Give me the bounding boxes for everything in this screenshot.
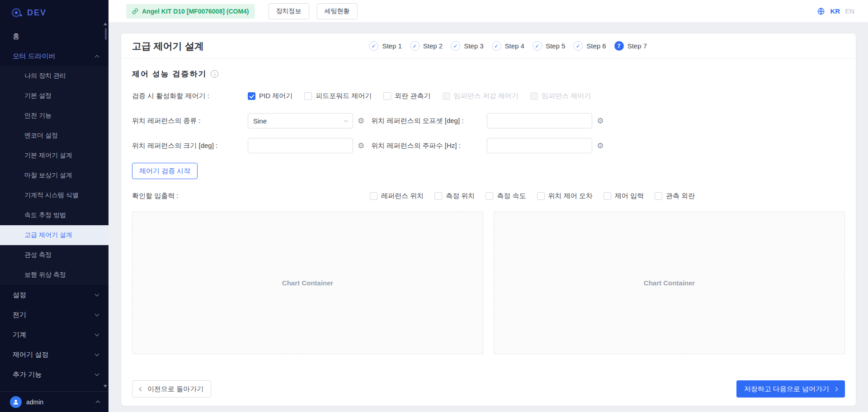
checkbox-icon bbox=[304, 92, 312, 100]
connected-device-badge[interactable]: Angel KIT D10 [MF0076008] (COM4) bbox=[126, 4, 255, 19]
card-body: 제어 성능 검증하기 i 검증 시 활성화할 제어기 : PID 제어기 bbox=[121, 59, 856, 406]
step-7-current[interactable]: 7 Step 7 bbox=[614, 41, 647, 51]
checkbox-label: 위치 제어 오차 bbox=[548, 192, 593, 200]
sidebar-item-controller-settings[interactable]: 제어기 설정 bbox=[0, 345, 108, 365]
sidebar-item-electrical[interactable]: 전기 bbox=[0, 305, 108, 325]
device-info-button[interactable]: 장치정보 bbox=[269, 3, 309, 19]
step-2[interactable]: ✓ Step 2 bbox=[410, 41, 443, 51]
step-3[interactable]: ✓ Step 3 bbox=[451, 41, 483, 51]
logo-icon bbox=[11, 7, 23, 19]
topbar: Angel KIT D10 [MF0076008] (COM4) 장치정보 세팅… bbox=[108, 0, 868, 23]
info-icon[interactable]: i bbox=[211, 70, 218, 78]
setting-status-button[interactable]: 세팅현황 bbox=[317, 3, 358, 19]
step-4[interactable]: ✓ Step 4 bbox=[492, 41, 524, 51]
gear-icon[interactable]: ⚙ bbox=[358, 142, 364, 150]
check-icon: ✓ bbox=[533, 41, 542, 51]
sidebar-item-label: 추가 기능 bbox=[13, 370, 42, 379]
card-footer: 이전으로 돌아가기 저장하고 다음으로 넘어가기 bbox=[132, 380, 845, 398]
checkbox-impedance-controller: 임피던스 제어기 bbox=[530, 92, 591, 100]
ref-frequency-label: 위치 레퍼런스의 주파수 [Hz] : bbox=[371, 142, 487, 150]
checkbox-icon bbox=[604, 192, 611, 200]
checkbox-feedforward-controller[interactable]: 피드포워드 제어기 bbox=[304, 92, 372, 100]
sidebar-item-label: 엔코더 설정 bbox=[24, 132, 58, 140]
ref-type-select[interactable]: Sine bbox=[248, 113, 353, 128]
gear-icon[interactable]: ⚙ bbox=[597, 142, 604, 150]
step-label: Step 6 bbox=[586, 42, 606, 50]
checkbox-label: 관측 외란 bbox=[666, 192, 695, 200]
sidebar-scrollbar-down-arrow[interactable] bbox=[104, 385, 107, 388]
checkbox-label: 레퍼런스 위치 bbox=[381, 192, 424, 200]
step-label: Step 3 bbox=[464, 42, 483, 50]
user-row[interactable]: admin bbox=[0, 391, 108, 412]
ref-offset-input[interactable] bbox=[487, 113, 592, 128]
chevron-down-icon bbox=[95, 312, 99, 316]
chevron-right-icon bbox=[834, 387, 838, 391]
checkbox-label: 피드포워드 제어기 bbox=[316, 92, 372, 100]
sidebar-item-safety-functions[interactable]: 안전 기능 bbox=[0, 106, 108, 126]
chevron-down-icon bbox=[344, 118, 349, 122]
chevron-down-icon bbox=[95, 351, 99, 356]
ref-offset-label: 위치 레퍼런스의 오프셋 [deg] : bbox=[371, 117, 487, 125]
checkbox-measured-position[interactable]: 측정 위치 bbox=[434, 192, 475, 200]
checkbox-measured-speed[interactable]: 측정 속도 bbox=[486, 192, 526, 200]
sidebar-item-motor-driver[interactable]: 모터 드라이버 bbox=[0, 46, 108, 66]
lang-en[interactable]: EN bbox=[845, 7, 854, 15]
chevron-down-icon bbox=[95, 371, 99, 376]
step-number-badge: 7 bbox=[614, 41, 624, 51]
step-5[interactable]: ✓ Step 5 bbox=[533, 41, 565, 51]
sidebar-item-advanced-controller-design[interactable]: 고급 제어기 설계 bbox=[0, 225, 108, 245]
back-button[interactable]: 이전으로 돌아가기 bbox=[132, 380, 211, 398]
save-and-next-button[interactable]: 저장하고 다음으로 넘어가기 bbox=[736, 380, 845, 398]
sidebar-item-settings[interactable]: 설정 bbox=[0, 285, 108, 305]
sidebar-item-encoder-settings[interactable]: 엔코더 설정 bbox=[0, 126, 108, 146]
checkbox-disturbance-observer[interactable]: 외란 관측기 bbox=[383, 92, 430, 100]
sidebar-item-mechanical-system-identification[interactable]: 기계적 시스템 식별 bbox=[0, 185, 108, 205]
step-1[interactable]: ✓ Step 1 bbox=[369, 41, 401, 51]
checkbox-impedance-reduction-controller: 임피던스 저감 제어기 bbox=[443, 92, 519, 100]
checkbox-label: 외란 관측기 bbox=[395, 92, 430, 100]
sidebar-item-home[interactable]: 홈 bbox=[0, 26, 108, 46]
sidebar-item-label: 기본 설정 bbox=[24, 92, 52, 100]
sidebar-item-inertia-measurement[interactable]: 관성 측정 bbox=[0, 245, 108, 265]
sidebar-item-label: 기계적 시스템 식별 bbox=[24, 191, 79, 199]
sidebar-item-mechanical[interactable]: 기계 bbox=[0, 325, 108, 345]
chart-placeholder-text: Chart Container bbox=[282, 279, 333, 287]
sidebar-nav: 홈 모터 드라이버 나의 장치 관리 기본 설정 안전 기능 엔코더 설정 기본… bbox=[0, 25, 108, 391]
sidebar-item-basic-controller-design[interactable]: 기본 제어기 설계 bbox=[0, 146, 108, 166]
sidebar-item-label: 설정 bbox=[13, 291, 26, 299]
lang-kr[interactable]: KR bbox=[830, 7, 840, 15]
start-verification-button[interactable]: 제어기 검증 시작 bbox=[132, 163, 198, 179]
checkbox-position-control-error[interactable]: 위치 제어 오차 bbox=[537, 192, 593, 200]
ref-type-value: Sine bbox=[253, 117, 267, 125]
sidebar-item-label: 모터 드라이버 bbox=[13, 52, 55, 61]
gear-icon[interactable]: ⚙ bbox=[358, 117, 364, 125]
gear-icon[interactable]: ⚙ bbox=[597, 117, 604, 125]
ref-frequency-input[interactable] bbox=[487, 138, 592, 153]
checkbox-label: 임피던스 제어기 bbox=[542, 92, 591, 100]
check-icon: ✓ bbox=[492, 41, 501, 51]
checkbox-icon bbox=[537, 192, 545, 200]
sidebar-item-friction-compensator-design[interactable]: 마찰 보상기 설계 bbox=[0, 166, 108, 185]
checkbox-icon bbox=[248, 92, 255, 100]
checkbox-observed-disturbance[interactable]: 관측 외란 bbox=[655, 192, 695, 200]
main-column: Angel KIT D10 [MF0076008] (COM4) 장치정보 세팅… bbox=[108, 0, 868, 412]
checkbox-icon bbox=[486, 192, 493, 200]
sidebar-item-basic-settings[interactable]: 기본 설정 bbox=[0, 86, 108, 106]
sidebar-item-label: 관성 측정 bbox=[24, 251, 52, 259]
step-6[interactable]: ✓ Step 6 bbox=[573, 41, 606, 51]
section-title: 제어 성능 검증하기 bbox=[132, 69, 207, 79]
checkbox-control-input[interactable]: 제어 입력 bbox=[604, 192, 644, 200]
sidebar-item-label: 속도 추정 방법 bbox=[24, 211, 66, 219]
checkbox-icon bbox=[530, 92, 538, 100]
sidebar-item-extra-features[interactable]: 추가 기능 bbox=[0, 365, 108, 384]
sidebar-item-speed-estimation-method[interactable]: 속도 추정 방법 bbox=[0, 205, 108, 225]
chevron-up-icon bbox=[95, 55, 99, 59]
sidebar-item-label: 제어기 설정 bbox=[13, 350, 48, 359]
checkbox-reference-position[interactable]: 레퍼런스 위치 bbox=[370, 192, 424, 200]
sidebar-item-gait-phase-measurement[interactable]: 보행 위상 측정 bbox=[0, 265, 108, 285]
ref-magnitude-input[interactable] bbox=[248, 138, 353, 153]
card-header: 고급 제어기 설계 ✓ Step 1 ✓ Step 2 ✓ Step 3 bbox=[121, 33, 856, 59]
sidebar-item-my-devices[interactable]: 나의 장치 관리 bbox=[0, 66, 108, 86]
chart-container-left: Chart Container bbox=[132, 212, 483, 354]
checkbox-pid-controller[interactable]: PID 제어기 bbox=[248, 92, 292, 100]
